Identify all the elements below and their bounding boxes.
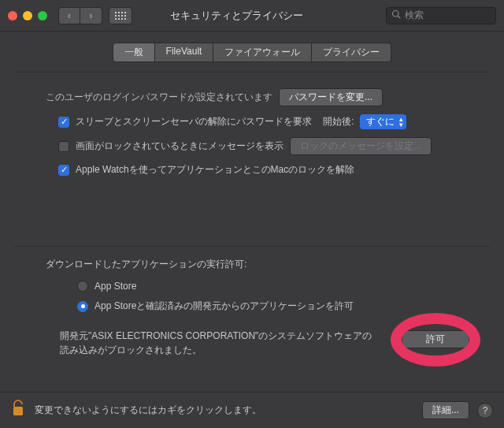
chevron-updown-icon: ▴▾	[399, 117, 403, 128]
tab-bar: 一般 FileVault ファイアウォール プライバシー	[0, 43, 504, 62]
svg-point-0	[393, 11, 399, 17]
blocked-software-text: 開発元"ASIX ELECTRONICS CORPORATION"のシステムソフ…	[60, 329, 375, 357]
window-title: セキュリティとプライバシー	[170, 9, 303, 23]
search-icon	[391, 9, 401, 21]
footer: 変更できないようにするにはカギをクリックします。 詳細... ?	[0, 392, 504, 428]
radio-appstore-only[interactable]	[77, 281, 88, 292]
radio-appstore-and-identified-label: App Storeと確認済みの開発元からのアプリケーションを許可	[94, 300, 354, 313]
require-password-label: スリープとスクリーンセーバの解除にパスワードを要求	[76, 115, 312, 128]
radio-appstore-only-label: App Store	[94, 281, 136, 292]
lock-icon[interactable]	[11, 400, 27, 421]
change-password-button[interactable]: パスワードを変更...	[279, 88, 383, 106]
tab-general[interactable]: 一般	[113, 43, 155, 62]
apple-watch-unlock-label: Apple Watchを使ってアプリケーションとこのMacのロックを解除	[76, 163, 354, 177]
lock-message-label: 画面がロックされているときにメッセージを表示	[76, 140, 284, 153]
back-button[interactable]: ‹	[58, 7, 80, 24]
forward-button[interactable]: ›	[80, 7, 102, 24]
login-password-label: このユーザのログインパスワードが設定されています	[46, 91, 272, 104]
blocked-software-row: 開発元"ASIX ELECTRONICS CORPORATION"のシステムソフ…	[60, 329, 476, 357]
nav-buttons: ‹ ›	[58, 7, 102, 24]
zoom-window-button[interactable]	[38, 11, 47, 20]
downloads-panel: ダウンロードしたアプリケーションの実行許可: App Store App Sto…	[14, 246, 490, 357]
allow-button[interactable]: 許可	[402, 330, 469, 348]
tab-filevault[interactable]: FileVault	[155, 43, 214, 62]
advanced-button[interactable]: 詳細...	[422, 401, 469, 419]
search-field[interactable]: 検索	[386, 7, 496, 24]
titlebar: ‹ › セキュリティとプライバシー 検索	[0, 0, 504, 32]
search-placeholder: 検索	[405, 9, 424, 22]
after-label: 開始後:	[323, 115, 354, 128]
minimize-window-button[interactable]	[23, 11, 32, 20]
tab-firewall[interactable]: ファイアウォール	[213, 43, 312, 62]
close-window-button[interactable]	[8, 11, 17, 20]
downloads-heading: ダウンロードしたアプリケーションの実行許可:	[46, 258, 490, 271]
general-panel: このユーザのログインパスワードが設定されています パスワードを変更... ✓ ス…	[14, 72, 490, 177]
radio-appstore-and-identified[interactable]	[77, 301, 88, 312]
svg-rect-2	[13, 407, 23, 415]
lock-message-checkbox[interactable]	[58, 141, 69, 152]
apple-watch-unlock-checkbox[interactable]: ✓	[58, 165, 69, 176]
traffic-lights	[8, 11, 47, 20]
require-password-delay-select[interactable]: すぐに ▴▾	[360, 114, 406, 129]
show-all-prefs-button[interactable]	[109, 7, 132, 24]
delay-value: すぐに	[366, 115, 395, 128]
require-password-checkbox[interactable]: ✓	[58, 117, 69, 128]
svg-line-1	[398, 16, 400, 18]
set-lock-message-button[interactable]: ロックのメッセージを設定...	[290, 137, 432, 155]
lock-hint-label: 変更できないようにするにはカギをクリックします。	[35, 404, 261, 417]
tab-privacy[interactable]: プライバシー	[312, 43, 391, 62]
help-button[interactable]: ?	[477, 403, 493, 419]
